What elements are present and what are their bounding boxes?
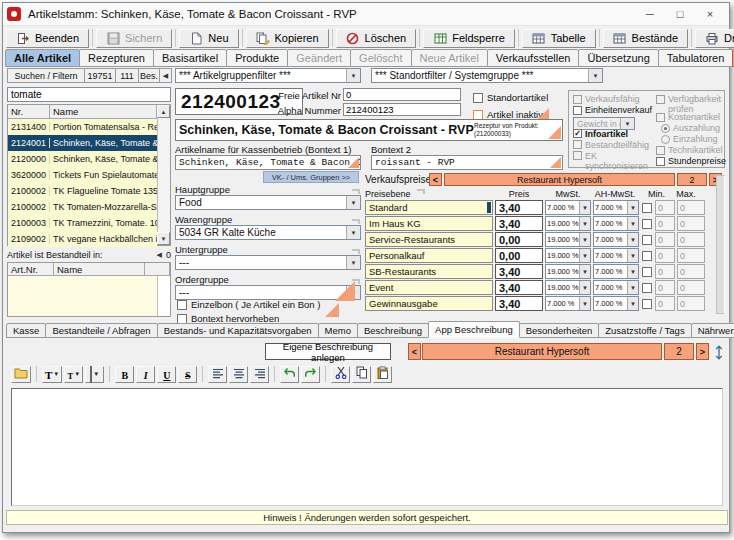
redo-button[interactable] [301, 366, 320, 383]
tab-alle-artikel[interactable]: Alle Artikel [5, 49, 80, 67]
bes-button[interactable]: Bes. [138, 68, 160, 83]
description-nav-left-button[interactable]: < [408, 343, 421, 360]
chevron-down-icon[interactable]: ▼ [627, 217, 638, 230]
article-row[interactable]: 2131400Portion Tomatensalsa - Rest. [8, 119, 157, 135]
price-level[interactable]: Im Haus KG [365, 216, 493, 231]
chevron-down-icon[interactable]: ▼ [579, 217, 590, 230]
search-filter-button[interactable]: Suchen / Filtern [7, 68, 85, 83]
description-text-area[interactable] [11, 388, 723, 506]
article-row[interactable]: 2109002TK vegane Hackbällchen in T [8, 231, 157, 247]
toolbar-button-neu[interactable]: Neu [179, 29, 238, 48]
tab-tabulatoren[interactable]: Tabulatoren [658, 49, 734, 67]
chevron-down-icon[interactable]: ▼ [346, 256, 360, 269]
price-panel-splitter[interactable] [716, 175, 725, 314]
chevron-down-icon[interactable]: ▼ [579, 265, 590, 278]
free-article-nr-input[interactable] [343, 88, 461, 101]
toolbar-button-kopieren[interactable]: Kopieren [246, 29, 329, 48]
minimize-button[interactable]: ─ [635, 5, 665, 24]
location-filter-dropdown[interactable]: *** Standortfilter / Systemgruppe *** ▼ [371, 68, 603, 83]
align-right-button[interactable] [250, 366, 269, 383]
ah-vat-dropdown[interactable]: 7.000 %▼ [593, 264, 639, 279]
dropdown-untergruppe[interactable]: ---▼ [175, 255, 361, 270]
chevron-down-icon[interactable]: ▼ [93, 371, 99, 377]
scroll-up-icon[interactable]: ▲ [157, 105, 170, 118]
column-header-artnr[interactable]: Art.Nr. [8, 263, 54, 276]
price-input[interactable]: 3,40 [495, 216, 543, 231]
einzelbon-checkbox[interactable] [177, 300, 187, 310]
tab-beschreibung[interactable]: Beschreibung [357, 323, 429, 338]
chevron-down-icon[interactable]: ▼ [74, 371, 80, 377]
checkbox-stundenpreise[interactable] [656, 157, 665, 166]
font-color-button[interactable]: ▼ [85, 366, 104, 383]
align-center-button[interactable] [229, 366, 248, 383]
property-stundenpreise[interactable]: Stundenpreise [656, 156, 724, 167]
undo-button[interactable] [280, 366, 299, 383]
vat-dropdown[interactable]: 19.000 %▼ [545, 264, 591, 279]
checkbox-infoartikel[interactable]: ✓ [573, 129, 582, 138]
tab-zusatzstoffe-tags[interactable]: Zusatzstoffe / Tags [598, 323, 691, 338]
component-back-arrow-icon[interactable]: ◀ [157, 251, 162, 259]
tab-basisartikel[interactable]: Basisartikel [153, 49, 227, 67]
price-level[interactable]: Gewinnausgabe [365, 296, 493, 311]
scroll-down-icon[interactable]: ▼ [157, 232, 170, 245]
vat-dropdown[interactable]: 19.000 %▼ [545, 280, 591, 295]
chevron-down-icon[interactable]: ▼ [346, 226, 360, 239]
tab-übersetzung[interactable]: Übersetzung [578, 49, 658, 67]
bold-button[interactable]: B [115, 366, 134, 383]
vat-dropdown[interactable]: 7.000 %▼ [545, 200, 591, 215]
strikethrough-button[interactable]: S [178, 366, 197, 383]
vk-ums-gruppen-button[interactable]: VK- / Ums. Gruppen >> [263, 171, 359, 183]
price-level[interactable]: Event [365, 280, 493, 295]
scroll-track[interactable] [157, 118, 170, 232]
price-input[interactable]: 3,40 [495, 264, 543, 279]
price-checkbox[interactable] [642, 267, 652, 277]
dropdown-hauptgruppe[interactable]: Food▼ [175, 195, 361, 210]
article-row[interactable]: 2100002TK Tomaten-Mozzarella-Stru [8, 199, 157, 215]
ah-vat-dropdown[interactable]: 7.000 %▼ [593, 216, 639, 231]
price-checkbox[interactable] [642, 235, 652, 245]
price-nav-left-button[interactable]: < [429, 173, 442, 186]
tab-rezepturen[interactable]: Rezepturen [79, 49, 154, 67]
standortartikel-checkbox[interactable] [473, 93, 483, 103]
vat-dropdown[interactable]: 19.000 %▼ [545, 232, 591, 247]
chevron-down-icon[interactable]: ▼ [579, 201, 590, 214]
underline-button[interactable]: U [157, 366, 176, 383]
property-einheitenverkauf[interactable]: Einheitenverkauf [573, 105, 652, 116]
tab-memo[interactable]: Memo [318, 323, 358, 338]
price-level[interactable]: Service-Restaurants [365, 232, 493, 247]
price-input[interactable]: 3,40 [495, 200, 543, 215]
price-input[interactable]: 0,00 [495, 248, 543, 263]
tab-produkte[interactable]: Produkte [226, 49, 288, 67]
bontext2-input[interactable]: roissant - RVP [371, 155, 563, 170]
tab-app-beschreibung[interactable]: App Beschreibung [428, 321, 520, 338]
chevron-down-icon[interactable]: ▼ [627, 297, 638, 310]
align-left-button[interactable] [208, 366, 227, 383]
dropdown-warengruppe[interactable]: 5034 GR Kalte Küche▼ [175, 225, 361, 240]
tab-bestandteile-abfragen[interactable]: Bestandteile / Abfragen [45, 323, 157, 338]
chevron-down-icon[interactable]: ▼ [579, 281, 590, 294]
ah-vat-dropdown[interactable]: 7.000 %▼ [593, 248, 639, 263]
price-input[interactable]: 0,00 [495, 232, 543, 247]
chevron-down-icon[interactable]: ▼ [579, 297, 590, 310]
tab-verkaufsstellen[interactable]: Verkaufsstellen [487, 49, 580, 67]
chevron-down-icon[interactable]: ▼ [579, 249, 590, 262]
article-group-filter-dropdown[interactable]: *** Artikelgruppenfilter *** ▼ [175, 68, 361, 83]
tab-kasse[interactable]: Kasse [6, 323, 46, 338]
toolbar-button-druck[interactable]: Druck [695, 29, 734, 48]
dropdown-ordergruppe[interactable]: ---▼ [175, 285, 361, 300]
chevron-down-icon[interactable]: ▼ [346, 69, 360, 82]
tab-bestands-und-kapazitätsvorgaben[interactable]: Bestands- und Kapazitätsvorgaben [157, 323, 319, 338]
price-level[interactable]: Standard [365, 200, 493, 215]
price-level[interactable]: SB-Restaurants [365, 264, 493, 279]
alpha-number-input[interactable] [343, 103, 461, 116]
dock-pin-icon[interactable] [713, 344, 725, 360]
chevron-down-icon[interactable]: ▼ [346, 196, 360, 209]
property-infoartikel[interactable]: ✓Infoartikel [573, 129, 652, 140]
folder-button[interactable] [11, 366, 31, 383]
price-location-bar[interactable]: Restaurant Hypersoft [444, 173, 675, 186]
chevron-down-icon[interactable]: ▼ [627, 233, 638, 246]
price-checkbox[interactable] [642, 219, 652, 229]
chevron-down-icon[interactable]: ▼ [53, 371, 59, 377]
chevron-down-icon[interactable]: ▼ [588, 69, 602, 82]
chevron-down-icon[interactable]: ▼ [627, 201, 638, 214]
